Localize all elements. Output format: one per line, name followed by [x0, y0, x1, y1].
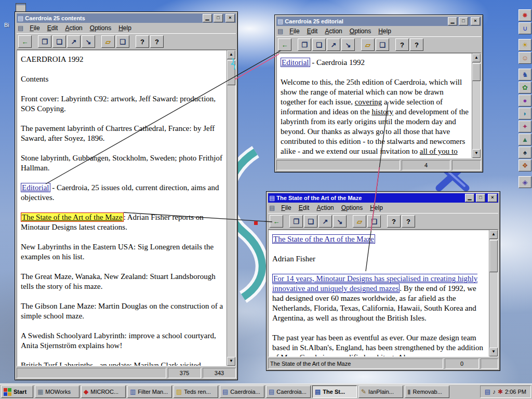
help-button[interactable]: ?: [136, 35, 149, 48]
close-button[interactable]: ×: [488, 194, 497, 202]
palette-tool-1[interactable]: ✸: [518, 9, 531, 21]
pages-button[interactable]: ❑: [367, 215, 381, 228]
palette-tool-3[interactable]: ☀: [518, 39, 531, 51]
hyperlink[interactable]: The State of the Art of the Maze: [21, 212, 124, 222]
scroll-up-button[interactable]: ▲: [472, 54, 481, 62]
palette-tool-12[interactable]: ❖: [518, 159, 531, 171]
menu-file[interactable]: File: [278, 204, 294, 212]
copy-special-button[interactable]: ❏: [304, 215, 317, 228]
hyperlink[interactable]: The State of the Art of the Maze: [272, 234, 375, 244]
maximize-button[interactable]: □: [476, 194, 485, 202]
minimize-button[interactable]: ▁: [203, 14, 212, 22]
palette-tool-9[interactable]: ✦: [518, 121, 531, 132]
menu-file[interactable]: File: [286, 27, 302, 35]
scroll-thumb[interactable]: [472, 63, 481, 81]
copy-special-button[interactable]: ❏: [312, 38, 326, 51]
menu-action[interactable]: Action: [62, 24, 85, 32]
open-file-button[interactable]: ▱: [101, 35, 115, 48]
clock[interactable]: 2:06 PM: [505, 389, 526, 395]
taskbar-item-removab[interactable]: ▮Removab...: [405, 385, 449, 398]
vertical-scrollbar[interactable]: ▲ ▼: [227, 50, 235, 366]
link-forward-button[interactable]: ↗: [318, 215, 332, 228]
link-back-button[interactable]: ↘: [341, 38, 355, 51]
start-button[interactable]: Start: [1, 385, 33, 398]
volume-tray-icon[interactable]: ♪: [493, 389, 496, 395]
minimize-button[interactable]: ▁: [465, 194, 474, 202]
open-file-button[interactable]: ▱: [353, 215, 366, 228]
scroll-up-button[interactable]: ▲: [227, 50, 235, 59]
help-button[interactable]: ?: [387, 215, 401, 228]
pages-button[interactable]: ❑: [376, 38, 389, 51]
copy-special-button[interactable]: ❏: [52, 35, 66, 48]
vertical-scrollbar[interactable]: ▲ ▼: [472, 54, 481, 158]
scroll-down-button[interactable]: ▼: [489, 348, 498, 356]
minimize-button[interactable]: ▁: [448, 17, 457, 25]
copy-page-button[interactable]: ❐: [298, 38, 311, 51]
taskbar-item-ianplain[interactable]: ✎IanPlain...: [358, 385, 403, 398]
close-button[interactable]: ×: [225, 14, 235, 22]
titlebar-maze[interactable]: ▤ The State of the Art of the Maze ▁ □ ×: [268, 193, 498, 203]
scroll-track[interactable]: [227, 59, 235, 357]
link-back-button[interactable]: ↘: [82, 35, 95, 48]
taskbar-item-tedsren[interactable]: ▨Teds ren...: [174, 385, 218, 398]
palette-tool-13[interactable]: ◈: [518, 176, 531, 188]
menu-help[interactable]: Help: [375, 27, 394, 35]
menu-help[interactable]: Help: [115, 24, 135, 32]
scroll-thumb[interactable]: [227, 60, 235, 85]
copy-page-button[interactable]: ❐: [289, 215, 303, 228]
scroll-up-button[interactable]: ▲: [489, 230, 498, 239]
maximize-button[interactable]: □: [459, 17, 468, 25]
menu-options[interactable]: Options: [347, 27, 374, 35]
palette-tool-5[interactable]: ♞: [518, 69, 531, 81]
open-file-button[interactable]: ▱: [361, 38, 375, 51]
display-tray-icon[interactable]: ▤: [485, 389, 490, 395]
menu-edit[interactable]: Edit: [296, 204, 313, 212]
link-forward-button[interactable]: ↗: [327, 38, 340, 51]
link-forward-button[interactable]: ↗: [67, 35, 81, 48]
back-button[interactable]: ←: [18, 35, 32, 48]
context-help-button[interactable]: ?: [402, 215, 415, 228]
palette-tool-7[interactable]: ●: [518, 95, 531, 107]
help-button[interactable]: ?: [395, 38, 409, 51]
menu-action[interactable]: Action: [322, 27, 345, 35]
close-button[interactable]: ×: [471, 17, 480, 25]
menu-help[interactable]: Help: [367, 204, 386, 212]
hyperlink[interactable]: Editorial: [21, 183, 50, 192]
vertical-scrollbar[interactable]: ▲ ▼: [489, 230, 498, 356]
taskbar-item-thest[interactable]: ▤The St...: [312, 385, 357, 398]
taskbar-item-microc[interactable]: ◆MICROC...: [81, 385, 126, 398]
context-help-button[interactable]: ?: [150, 35, 164, 48]
menu-edit[interactable]: Edit: [44, 24, 61, 32]
menu-action[interactable]: Action: [313, 204, 337, 212]
scheduler-tray-icon[interactable]: ✱: [498, 389, 503, 395]
menu-options[interactable]: Options: [87, 24, 114, 32]
taskbar-item-moworks[interactable]: ▦MOWorks: [35, 385, 79, 398]
titlebar-editorial[interactable]: ▤ Caerdroia 25 editorial ▁ □ ×: [276, 17, 481, 26]
palette-tool-2[interactable]: ∪: [518, 22, 531, 34]
scroll-down-button[interactable]: ▼: [472, 149, 481, 158]
context-help-button[interactable]: ?: [410, 38, 423, 51]
menu-edit[interactable]: Edit: [304, 27, 321, 35]
palette-tool-4[interactable]: ☺: [518, 52, 531, 64]
pages-button[interactable]: ❑: [116, 35, 129, 48]
palette-tool-8[interactable]: ◗: [518, 108, 531, 119]
palette-tool-10[interactable]: ▲: [518, 134, 531, 145]
menu-options[interactable]: Options: [338, 204, 366, 212]
titlebar-contents[interactable]: ▤ Caerdroia 25 contents ▁ □ ×: [17, 14, 236, 23]
scroll-track[interactable]: [489, 239, 498, 348]
back-button[interactable]: ←: [270, 215, 283, 228]
palette-tool-11[interactable]: ♠: [518, 147, 531, 158]
scroll-track[interactable]: [472, 62, 481, 149]
palette-tool-6[interactable]: ✿: [518, 82, 531, 94]
maximize-button[interactable]: □: [214, 14, 223, 22]
link-back-button[interactable]: ↘: [333, 215, 347, 228]
taskbar-item-caerdroia[interactable]: ▤Caerdroia...: [266, 385, 311, 398]
back-button[interactable]: ←: [278, 38, 291, 51]
taskbar-item-caerdroia[interactable]: ▤Caerdroia...: [220, 385, 264, 398]
taskbar-item-filterman[interactable]: ▥Filter Man...: [127, 385, 172, 398]
scroll-thumb[interactable]: [489, 240, 498, 272]
menu-file[interactable]: File: [26, 24, 43, 32]
scroll-down-button[interactable]: ▼: [227, 357, 235, 366]
hyperlink[interactable]: Editorial: [281, 58, 310, 67]
copy-page-button[interactable]: ❐: [38, 35, 51, 48]
